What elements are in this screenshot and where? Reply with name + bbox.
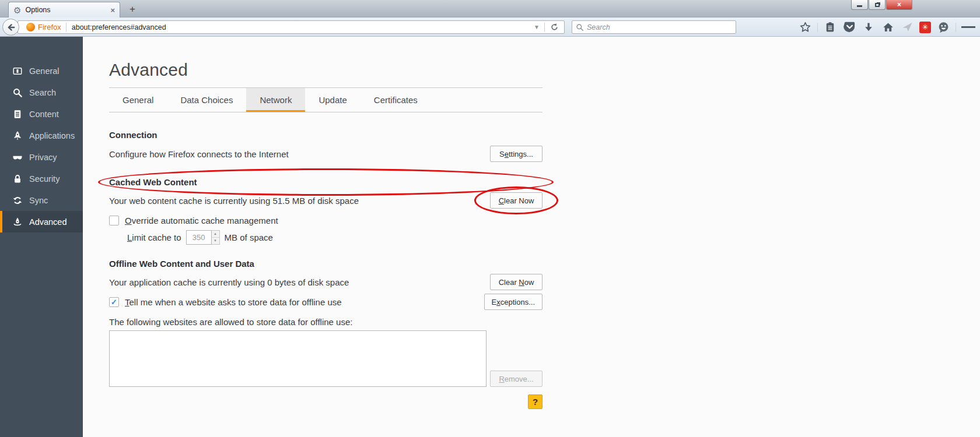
rocket-icon bbox=[12, 131, 23, 141]
sidebar-item-general[interactable]: General bbox=[0, 60, 83, 82]
sidebar-item-search[interactable]: Search bbox=[0, 82, 83, 103]
bookmarks-menu-button[interactable] bbox=[823, 20, 837, 34]
back-arrow-icon bbox=[6, 23, 16, 32]
smiley-icon bbox=[937, 21, 950, 33]
window-controls: × bbox=[850, 0, 912, 10]
bookmark-star-button[interactable] bbox=[798, 20, 812, 34]
cache-limit-input[interactable] bbox=[186, 230, 212, 245]
firefox-badge-icon bbox=[26, 23, 35, 31]
hamburger-icon bbox=[961, 26, 966, 28]
url-bar[interactable]: Firefox about:preferences#advanced ▼ bbox=[18, 20, 565, 34]
offline-heading: Offline Web Content and User Data bbox=[109, 259, 542, 269]
connection-description: Configure how Firefox connects to the In… bbox=[109, 149, 289, 159]
gear-icon: ⚙ bbox=[13, 6, 21, 15]
connection-heading: Connection bbox=[109, 130, 542, 140]
tab-network[interactable]: Network bbox=[246, 88, 305, 112]
cache-clear-now-button[interactable]: Clear Now bbox=[490, 192, 542, 209]
limit-cache-suffix: MB of space bbox=[225, 232, 273, 242]
tab-data-choices[interactable]: Data Choices bbox=[167, 88, 246, 112]
new-tab-button[interactable]: + bbox=[125, 3, 140, 15]
preferences-content: Advanced General Data Choices Network Up… bbox=[83, 37, 980, 437]
sync-icon bbox=[12, 195, 23, 206]
sidebar-item-content[interactable]: Content bbox=[0, 103, 83, 125]
search-icon bbox=[576, 23, 584, 31]
tab-close-icon[interactable]: × bbox=[110, 6, 115, 15]
tab-general[interactable]: General bbox=[109, 88, 167, 112]
reload-icon bbox=[550, 23, 559, 31]
clipboard-icon bbox=[824, 21, 836, 33]
sidebar-item-applications[interactable]: Applications bbox=[0, 125, 83, 146]
override-cache-label[interactable]: Override automatic cache management bbox=[125, 216, 278, 225]
home-button[interactable] bbox=[881, 20, 895, 34]
restore-icon bbox=[875, 3, 880, 7]
offline-websites-listbox[interactable] bbox=[109, 330, 487, 387]
sidebar-item-security[interactable]: Security bbox=[0, 168, 83, 189]
toolbar-icons: ✳ bbox=[798, 19, 975, 36]
downloads-button[interactable] bbox=[862, 20, 876, 34]
download-arrow-icon bbox=[863, 22, 874, 33]
minimize-icon bbox=[857, 5, 862, 7]
chat-smiley-button[interactable] bbox=[936, 20, 950, 34]
divider bbox=[817, 23, 818, 32]
page-title: Advanced bbox=[109, 37, 542, 80]
sidebar-item-advanced[interactable]: Advanced bbox=[0, 211, 83, 232]
cached-web-content-heading: Cached Web Content bbox=[109, 177, 542, 187]
share-button[interactable] bbox=[900, 20, 914, 34]
search-input[interactable] bbox=[587, 23, 732, 31]
extension-badge-icon[interactable]: ✳ bbox=[919, 22, 931, 33]
search-bar[interactable] bbox=[572, 20, 736, 34]
back-button[interactable] bbox=[2, 19, 19, 36]
menu-button[interactable] bbox=[961, 20, 975, 34]
allowed-websites-label: The following websites are allowed to st… bbox=[109, 317, 542, 327]
url-dropdown-icon[interactable]: ▼ bbox=[529, 24, 544, 30]
tab-title: Options bbox=[25, 6, 106, 14]
cache-usage-text: Your web content cache is currently usin… bbox=[109, 196, 359, 206]
remove-button[interactable]: Remove... bbox=[490, 371, 542, 387]
tab-update[interactable]: Update bbox=[305, 88, 360, 112]
minimize-button[interactable] bbox=[851, 0, 868, 10]
mask-icon bbox=[12, 152, 23, 163]
divider bbox=[66, 23, 66, 32]
divider bbox=[956, 23, 956, 32]
magnifier-icon bbox=[12, 87, 23, 98]
appcache-usage-text: Your application cache is currently usin… bbox=[109, 277, 349, 287]
navigation-toolbar: Firefox about:preferences#advanced ▼ bbox=[0, 17, 980, 37]
restore-button[interactable] bbox=[869, 0, 886, 10]
override-cache-checkbox[interactable]: ✓ bbox=[109, 216, 119, 225]
paper-plane-icon bbox=[901, 21, 914, 33]
advanced-tabs: General Data Choices Network Update Cert… bbox=[109, 87, 542, 112]
tab-certificates[interactable]: Certificates bbox=[360, 88, 431, 112]
connection-settings-button[interactable]: Settings... bbox=[490, 146, 542, 162]
pocket-icon bbox=[844, 22, 856, 33]
sidebar-item-sync[interactable]: Sync bbox=[0, 189, 83, 211]
firefox-badge-label: Firefox bbox=[38, 23, 61, 31]
preferences-sidebar: General Search Content Applications Priv… bbox=[0, 37, 83, 437]
general-icon bbox=[12, 66, 23, 76]
document-icon bbox=[12, 109, 23, 119]
sidebar-item-privacy[interactable]: Privacy bbox=[0, 146, 83, 168]
cache-limit-spinner[interactable]: ▲ ▼ bbox=[212, 230, 220, 245]
star-icon bbox=[799, 21, 811, 33]
pocket-button[interactable] bbox=[842, 20, 856, 34]
help-button[interactable]: ? bbox=[528, 394, 542, 409]
browser-tab-options[interactable]: ⚙ Options × bbox=[8, 2, 120, 17]
url-text[interactable]: about:preferences#advanced bbox=[72, 23, 529, 31]
tell-me-label[interactable]: Tell me when a website asks to store dat… bbox=[125, 297, 342, 307]
spinner-down-icon[interactable]: ▼ bbox=[212, 237, 219, 244]
tell-me-checkbox[interactable]: ✓ bbox=[109, 297, 119, 307]
lock-icon bbox=[12, 174, 23, 184]
exceptions-button[interactable]: Exceptions... bbox=[484, 294, 542, 310]
spinner-up-icon[interactable]: ▲ bbox=[212, 231, 219, 237]
reload-button[interactable] bbox=[545, 23, 564, 31]
offline-clear-now-button[interactable]: Clear Now bbox=[490, 274, 542, 290]
tab-strip: ⚙ Options × + × bbox=[0, 0, 980, 17]
close-window-button[interactable]: × bbox=[886, 0, 912, 10]
gauge-icon bbox=[12, 217, 23, 227]
limit-cache-label: Limit cache to bbox=[127, 232, 181, 242]
home-icon bbox=[882, 21, 894, 33]
